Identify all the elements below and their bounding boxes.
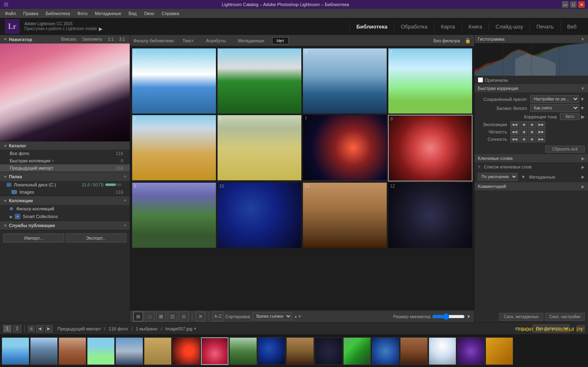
import-button[interactable]: Импорт... <box>3 234 64 242</box>
filmstrip-thumb-6[interactable] <box>144 337 172 365</box>
collections-header[interactable]: ▼ Коллекции + <box>0 196 130 205</box>
preset-dropdown[interactable]: Настройки по ум... <box>530 95 579 103</box>
keywords-add-btn[interactable]: + <box>478 164 481 170</box>
close-button[interactable]: ✕ <box>578 1 585 8</box>
mobile-arrow[interactable]: ▶ <box>99 26 102 32</box>
filter-lock-icon[interactable]: 🔒 <box>465 38 471 44</box>
filmstrip-thumb-4[interactable] <box>87 337 115 365</box>
exposure-ll-btn[interactable]: ◀◀ <box>510 121 518 128</box>
clarity-r-btn[interactable]: ▶ <box>528 129 536 135</box>
nav-module-библиотека[interactable]: Библиотека <box>349 22 394 31</box>
minimize-button[interactable]: — <box>562 1 568 8</box>
sync-meta-button[interactable]: Синх. метаданных <box>499 313 543 321</box>
nav-module-печать[interactable]: Печать <box>529 22 560 31</box>
filmstrip-thumb-7[interactable] <box>172 337 200 365</box>
exposure-r-btn[interactable]: ▶ <box>528 121 536 128</box>
filmstrip-thumb-11[interactable] <box>286 337 314 365</box>
folders-header[interactable]: ▼ Папка + <box>0 172 130 181</box>
vibrance-ll-btn[interactable]: ◀◀ <box>510 136 518 142</box>
filter-attrs-tab[interactable]: Атрибуты <box>201 37 230 44</box>
filmstrip-thumb-8[interactable] <box>201 337 229 365</box>
catalog-all-photos[interactable]: Все фото 116 <box>0 150 130 157</box>
filename-dropdown-arrow[interactable]: ▼ <box>193 327 197 331</box>
nav-module-обработка[interactable]: Обработка <box>394 22 434 31</box>
grid-cell-3[interactable]: 3 <box>303 48 387 114</box>
wb-dropdown[interactable]: Как снято <box>530 104 579 112</box>
comment-header[interactable]: Комментарий ▶ <box>475 182 588 190</box>
filmstrip-thumb-3[interactable] <box>59 337 86 365</box>
menu-item-файл[interactable]: Файл <box>2 10 19 17</box>
menu-item-метаданные[interactable]: Метаданные <box>91 10 124 17</box>
filmstrip-thumb-9[interactable] <box>229 337 257 365</box>
grid-view-button[interactable]: ⊞ <box>133 312 143 321</box>
sort-dropdown[interactable]: Время съёмки <box>253 312 292 320</box>
catalog-quick-collection[interactable]: Быстрая коллекция + 0 <box>0 157 130 164</box>
filmstrip-thumb-18[interactable] <box>486 337 513 365</box>
grid-cell-12[interactable]: 12 <box>388 182 473 248</box>
sort-direction[interactable]: ▲▼ <box>294 314 302 319</box>
catalog-previous-import[interactable]: Предыдущий импорт 116 <box>0 164 130 172</box>
size-slider[interactable] <box>432 313 465 320</box>
filmstrip-thumb-16[interactable] <box>429 337 456 365</box>
grid-cell-8[interactable]: 8 <box>388 115 473 181</box>
compare-view-button[interactable]: ⊠ <box>156 312 166 321</box>
vibrance-l-btn[interactable]: ◀ <box>519 136 527 142</box>
filmstrip-thumb-13[interactable] <box>343 337 371 365</box>
vibrance-r-btn[interactable]: ▶ <box>528 136 536 142</box>
nav-module-веб[interactable]: Веб <box>560 22 583 31</box>
folder-local-disk[interactable]: Локальный диск (C:) 31.6 / 50 ГБ <box>0 181 130 188</box>
nav-3-1-btn[interactable]: 3:1 <box>118 37 126 42</box>
filmstrip-prev-btn[interactable]: ◀ <box>36 325 44 332</box>
reset-all-button[interactable]: Сбросить всё <box>545 146 585 153</box>
nav-1-1-btn[interactable]: 1:1 <box>106 37 115 42</box>
publish-header[interactable]: ▼ Службы публикации + <box>0 221 130 230</box>
grid-cell-6[interactable]: 6 <box>217 115 302 181</box>
vibrance-rr-btn[interactable]: ▶▶ <box>537 136 545 142</box>
navigator-header[interactable]: ▼ Навигатор Вписать Заполнить 1:1 3:1 <box>0 35 130 44</box>
sort-az-button[interactable]: A↕Z <box>212 312 224 321</box>
filmstrip-thumb-15[interactable] <box>400 337 428 365</box>
filter-text-tab[interactable]: Текст <box>178 37 198 44</box>
menu-item-правка[interactable]: Правка <box>20 10 41 17</box>
clarity-rr-btn[interactable]: ▶▶ <box>537 129 545 135</box>
nav-fit-btn[interactable]: Вписать <box>59 37 78 42</box>
grid-cell-5[interactable]: 5 <box>132 115 216 181</box>
survey-view-button[interactable]: ⊡ <box>168 312 177 321</box>
keywords-header[interactable]: Ключевые слова ▶ <box>475 154 588 162</box>
filter-meta-tab[interactable]: Метаданные <box>233 37 269 44</box>
filmstrip-thumb-1[interactable] <box>2 337 29 365</box>
quick-correction-header[interactable]: Быстрая коррекция ▼ <box>475 84 588 92</box>
filmstrip-thumb-10[interactable] <box>258 337 285 365</box>
menu-item-окно[interactable]: Окно <box>141 10 158 17</box>
histogram-header[interactable]: Гистограмма ▼ <box>475 35 588 43</box>
grid-cell-11[interactable]: 11 <box>303 182 387 248</box>
clarity-l-btn[interactable]: ◀ <box>519 129 527 135</box>
grid-cell-2[interactable]: 2 <box>217 48 302 114</box>
grid-cell-4[interactable]: 4 <box>388 48 473 114</box>
filmstrip-next-btn[interactable]: ▶ <box>45 325 52 332</box>
nav-module-книга[interactable]: Книга <box>462 22 489 31</box>
filmstrip-grid-btn[interactable]: ⊞ <box>28 325 35 332</box>
loupe-view-button[interactable]: □ <box>145 312 155 321</box>
menu-item-фото[interactable]: Фото <box>74 10 91 17</box>
filmstrip-page-1[interactable]: 1 <box>3 325 11 332</box>
maximize-button[interactable]: □ <box>570 1 577 8</box>
export-button[interactable]: Экспорт... <box>66 234 127 242</box>
menu-item-вид[interactable]: Вид <box>125 10 140 17</box>
grid-cell-7[interactable]: 7 <box>303 115 387 181</box>
catalog-header[interactable]: ▼ Каталог <box>0 142 130 150</box>
filmstrip-thumb-2[interactable] <box>30 337 58 365</box>
keywords-default-dropdown[interactable]: По умолчанию <box>478 173 518 181</box>
nav-module-карта[interactable]: Карта <box>434 22 462 31</box>
collection-smart[interactable]: ▶ ✦ Smart Collections <box>0 212 130 221</box>
filter-none-tab[interactable]: Нет <box>272 37 289 44</box>
folder-images[interactable]: Images 116 <box>0 188 130 196</box>
filmstrip-thumb-5[interactable] <box>115 337 143 365</box>
grid-cell-1[interactable]: 1 <box>132 48 216 114</box>
folders-add-btn[interactable]: + <box>124 174 126 179</box>
nav-fill-btn[interactable]: Заполнить <box>81 37 104 42</box>
clarity-ll-btn[interactable]: ◀◀ <box>510 129 518 135</box>
exposure-l-btn[interactable]: ◀ <box>519 121 527 128</box>
auto-tone-button[interactable]: Авто <box>560 113 579 120</box>
grid-cell-10[interactable]: 10 <box>217 182 302 248</box>
